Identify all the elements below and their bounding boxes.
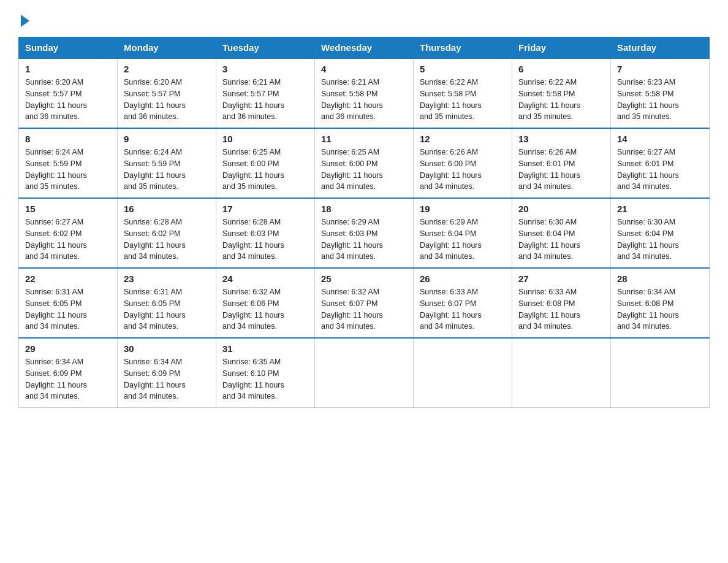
day-info: Sunrise: 6:23 AMSunset: 5:58 PMDaylight:… [617,77,703,123]
day-info: Sunrise: 6:33 AMSunset: 6:08 PMDaylight:… [518,286,604,332]
calendar-cell: 31 Sunrise: 6:35 AMSunset: 6:10 PMDaylig… [216,338,315,408]
calendar-cell: 25 Sunrise: 6:32 AMSunset: 6:07 PMDaylig… [315,268,414,338]
day-number: 14 [617,134,703,144]
day-number: 27 [518,274,604,284]
calendar-cell: 26 Sunrise: 6:33 AMSunset: 6:07 PMDaylig… [414,268,512,338]
calendar-week-row: 8 Sunrise: 6:24 AMSunset: 5:59 PMDayligh… [19,128,710,198]
day-number: 26 [420,274,506,284]
calendar-cell: 16 Sunrise: 6:28 AMSunset: 6:02 PMDaylig… [118,198,216,268]
day-number: 30 [124,343,210,354]
calendar-cell: 8 Sunrise: 6:24 AMSunset: 5:59 PMDayligh… [19,128,118,198]
day-info: Sunrise: 6:35 AMSunset: 6:10 PMDaylight:… [222,356,308,402]
day-number: 20 [518,204,604,214]
day-info: Sunrise: 6:34 AMSunset: 6:08 PMDaylight:… [617,286,703,332]
day-number: 28 [617,274,703,284]
page-header [18,12,710,25]
calendar-cell: 15 Sunrise: 6:27 AMSunset: 6:02 PMDaylig… [19,198,118,268]
day-number: 4 [321,64,407,74]
day-info: Sunrise: 6:25 AMSunset: 6:00 PMDaylight:… [321,147,407,193]
logo [18,12,29,25]
calendar-cell: 21 Sunrise: 6:30 AMSunset: 6:04 PMDaylig… [611,198,710,268]
calendar-cell: 14 Sunrise: 6:27 AMSunset: 6:01 PMDaylig… [611,128,710,198]
day-info: Sunrise: 6:21 AMSunset: 5:58 PMDaylight:… [321,77,407,123]
day-number: 21 [617,204,703,214]
day-number: 24 [222,274,308,284]
day-info: Sunrise: 6:20 AMSunset: 5:57 PMDaylight:… [25,77,111,123]
calendar-cell: 2 Sunrise: 6:20 AMSunset: 5:57 PMDayligh… [118,58,216,128]
day-info: Sunrise: 6:29 AMSunset: 6:03 PMDaylight:… [321,216,407,262]
column-header-tuesday: Tuesday [216,37,315,59]
column-header-sunday: Sunday [19,37,118,59]
calendar-cell: 1 Sunrise: 6:20 AMSunset: 5:57 PMDayligh… [19,58,118,128]
day-info: Sunrise: 6:31 AMSunset: 6:05 PMDaylight:… [25,286,111,332]
calendar-header-row: SundayMondayTuesdayWednesdayThursdayFrid… [19,37,710,59]
day-number: 16 [124,204,210,214]
day-info: Sunrise: 6:26 AMSunset: 6:01 PMDaylight:… [518,147,604,193]
column-header-wednesday: Wednesday [315,37,414,59]
day-info: Sunrise: 6:32 AMSunset: 6:06 PMDaylight:… [222,286,308,332]
calendar-cell: 3 Sunrise: 6:21 AMSunset: 5:57 PMDayligh… [216,58,315,128]
day-info: Sunrise: 6:22 AMSunset: 5:58 PMDaylight:… [420,77,506,123]
day-info: Sunrise: 6:29 AMSunset: 6:04 PMDaylight:… [420,216,506,262]
column-header-friday: Friday [512,37,611,59]
day-info: Sunrise: 6:34 AMSunset: 6:09 PMDaylight:… [124,356,210,402]
calendar-cell: 5 Sunrise: 6:22 AMSunset: 5:58 PMDayligh… [414,58,512,128]
calendar-week-row: 1 Sunrise: 6:20 AMSunset: 5:57 PMDayligh… [19,58,710,128]
day-number: 23 [124,274,210,284]
calendar-week-row: 29 Sunrise: 6:34 AMSunset: 6:09 PMDaylig… [19,338,710,408]
calendar-cell: 24 Sunrise: 6:32 AMSunset: 6:06 PMDaylig… [216,268,315,338]
calendar-cell: 19 Sunrise: 6:29 AMSunset: 6:04 PMDaylig… [414,198,512,268]
calendar-cell: 13 Sunrise: 6:26 AMSunset: 6:01 PMDaylig… [512,128,611,198]
calendar-cell: 6 Sunrise: 6:22 AMSunset: 5:58 PMDayligh… [512,58,611,128]
calendar-cell: 12 Sunrise: 6:26 AMSunset: 6:00 PMDaylig… [414,128,512,198]
column-header-monday: Monday [118,37,216,59]
calendar-week-row: 22 Sunrise: 6:31 AMSunset: 6:05 PMDaylig… [19,268,710,338]
calendar-cell [414,338,512,408]
day-info: Sunrise: 6:20 AMSunset: 5:57 PMDaylight:… [124,77,210,123]
calendar-cell [512,338,611,408]
day-number: 8 [25,134,111,144]
day-number: 5 [420,64,506,74]
day-number: 19 [420,204,506,214]
day-number: 15 [25,204,111,214]
day-info: Sunrise: 6:27 AMSunset: 6:02 PMDaylight:… [25,216,111,262]
calendar-cell: 7 Sunrise: 6:23 AMSunset: 5:58 PMDayligh… [611,58,710,128]
day-number: 2 [124,64,210,74]
calendar-cell: 11 Sunrise: 6:25 AMSunset: 6:00 PMDaylig… [315,128,414,198]
day-info: Sunrise: 6:31 AMSunset: 6:05 PMDaylight:… [124,286,210,332]
calendar-cell: 27 Sunrise: 6:33 AMSunset: 6:08 PMDaylig… [512,268,611,338]
day-info: Sunrise: 6:21 AMSunset: 5:57 PMDaylight:… [222,77,308,123]
day-number: 10 [222,134,308,144]
column-header-thursday: Thursday [414,37,512,59]
day-info: Sunrise: 6:22 AMSunset: 5:58 PMDaylight:… [518,77,604,123]
day-info: Sunrise: 6:30 AMSunset: 6:04 PMDaylight:… [518,216,604,262]
day-number: 31 [222,343,308,354]
calendar-cell: 4 Sunrise: 6:21 AMSunset: 5:58 PMDayligh… [315,58,414,128]
day-info: Sunrise: 6:24 AMSunset: 5:59 PMDaylight:… [25,147,111,193]
day-number: 11 [321,134,407,144]
day-number: 18 [321,204,407,214]
day-number: 12 [420,134,506,144]
calendar-cell: 23 Sunrise: 6:31 AMSunset: 6:05 PMDaylig… [118,268,216,338]
day-number: 9 [124,134,210,144]
day-number: 22 [25,274,111,284]
day-info: Sunrise: 6:28 AMSunset: 6:02 PMDaylight:… [124,216,210,262]
calendar-cell [611,338,710,408]
calendar-cell [315,338,414,408]
day-info: Sunrise: 6:34 AMSunset: 6:09 PMDaylight:… [25,356,111,402]
day-info: Sunrise: 6:24 AMSunset: 5:59 PMDaylight:… [124,147,210,193]
day-number: 7 [617,64,703,74]
calendar-cell: 22 Sunrise: 6:31 AMSunset: 6:05 PMDaylig… [19,268,118,338]
day-info: Sunrise: 6:28 AMSunset: 6:03 PMDaylight:… [222,216,308,262]
day-info: Sunrise: 6:26 AMSunset: 6:00 PMDaylight:… [420,147,506,193]
logo-arrow-icon [21,15,29,27]
calendar-cell: 10 Sunrise: 6:25 AMSunset: 6:00 PMDaylig… [216,128,315,198]
day-info: Sunrise: 6:27 AMSunset: 6:01 PMDaylight:… [617,147,703,193]
day-info: Sunrise: 6:32 AMSunset: 6:07 PMDaylight:… [321,286,407,332]
day-number: 13 [518,134,604,144]
day-number: 17 [222,204,308,214]
day-number: 1 [25,64,111,74]
calendar-cell: 28 Sunrise: 6:34 AMSunset: 6:08 PMDaylig… [611,268,710,338]
calendar-table: SundayMondayTuesdayWednesdayThursdayFrid… [18,37,710,408]
day-number: 29 [25,343,111,354]
